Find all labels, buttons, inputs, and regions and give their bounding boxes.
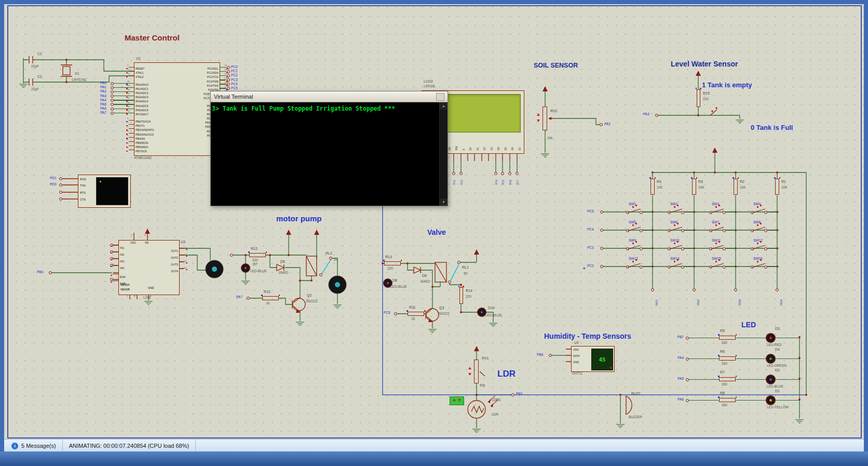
rv2-increase-arrow[interactable] [537,113,540,116]
keypad-pullup[interactable]: R410K [650,179,673,199]
switch-actuator[interactable] [674,261,675,262]
close-button[interactable] [436,93,444,101]
switch-actuator[interactable] [632,224,634,226]
switch-actuator[interactable] [632,206,634,208]
keypad-switch[interactable]: SW3 [709,202,750,220]
keypad-switch[interactable]: SW7 [709,220,750,238]
switch-lever[interactable] [628,227,641,231]
switch-actuator[interactable] [715,224,717,226]
relay-rl2[interactable] [305,255,332,277]
diode-d5[interactable] [276,263,285,272]
switch-actuator[interactable] [757,261,758,262]
switch-lever[interactable] [669,227,682,231]
switch-lever[interactable] [669,245,682,249]
resistor-r14[interactable] [459,287,463,304]
switch-lever[interactable] [752,245,765,249]
switch-lever[interactable] [628,208,641,213]
keypad-switch[interactable]: SW12 [750,238,792,256]
keypad-switch[interactable]: SW15 [709,256,750,274]
motor-pump-motor[interactable] [206,260,224,278]
rv2-decrease-arrow[interactable] [537,119,540,122]
soil-sensor-pot-rv2[interactable] [542,106,547,130]
keypad-switch[interactable]: SW2 [667,202,709,220]
switch-lever[interactable] [752,227,765,231]
serial-terminal-component[interactable]: RXD TXD RTS CTS [78,175,131,208]
crystal-x1[interactable] [61,63,73,78]
switch-lever[interactable] [752,263,765,268]
switch-actuator[interactable] [715,206,717,208]
switch-actuator[interactable] [715,243,717,244]
led-d10[interactable] [477,308,486,317]
switch-lever[interactable] [711,208,724,213]
led-d8[interactable] [383,278,392,288]
switch-lever[interactable] [669,208,682,213]
terminal-scrollbar[interactable]: ▲ ▼ [439,102,447,206]
led-resistor[interactable] [719,336,736,340]
switch-actuator[interactable] [674,243,675,244]
switch-lever[interactable] [711,245,724,249]
keypad-switch[interactable]: SW13 [626,256,667,274]
switch-lever[interactable] [628,245,641,249]
switch-lever[interactable] [669,263,682,268]
resistor-r13[interactable] [384,261,401,265]
keypad-switch[interactable]: SW6 [667,220,709,238]
keypad-switch[interactable]: SW8 [750,220,792,238]
switch-actuator[interactable] [757,243,758,244]
scroll-down-icon[interactable]: ▼ [440,198,447,206]
virtual-terminal-window[interactable]: Virtual Terminal 3> Tank is Full Pump St… [210,91,448,206]
keypad-switch[interactable]: SW11 [709,238,750,256]
led-resistor[interactable] [719,356,736,361]
led-resistor[interactable] [719,377,736,381]
led-d7[interactable] [241,263,250,273]
switch-lever[interactable] [711,263,724,268]
capacitor-c2[interactable] [27,76,35,88]
relay-rl1[interactable] [434,261,461,284]
switch-actuator[interactable] [632,243,634,244]
switch-actuator[interactable] [715,261,717,262]
valve-motor[interactable] [329,276,347,295]
keypad-pullup[interactable]: R210K [734,179,756,199]
resistor-r12[interactable] [249,253,266,257]
led-resistor[interactable] [719,398,736,402]
capacitor-c1[interactable] [27,54,35,65]
resistor-r11[interactable] [408,312,424,316]
switch-lever[interactable] [628,263,641,268]
virtual-terminal-titlebar[interactable]: Virtual Terminal [211,91,447,102]
light-intensity-control[interactable] [450,396,464,405]
keypad-switch[interactable]: SW16 [750,256,792,274]
mcu-atmega32[interactable]: 9RESET13XTAL112XTAL240PA0/ADC039PA1/ADC1… [134,62,220,156]
keypad-pullup[interactable]: R310K [692,179,715,199]
resistor-r10[interactable] [262,296,279,300]
switch-actuator[interactable] [757,224,758,226]
switch-actuator[interactable] [632,261,634,262]
keypad-switch[interactable]: SW4 [750,202,792,220]
water-level-switch[interactable] [707,105,721,117]
keypad-switch[interactable]: SW14 [667,256,709,274]
light-up-arrow[interactable] [453,398,456,401]
switch-actuator[interactable] [757,206,758,208]
switch-lever[interactable] [752,208,765,213]
led-bulb[interactable] [766,354,776,364]
diode-d6[interactable] [413,266,422,274]
ldr-pot-rv1[interactable] [474,360,479,383]
keypad-switch[interactable]: SW1 [626,202,667,220]
status-messages-button[interactable]: i 5 Message(s) [4,440,63,452]
light-down-arrow[interactable] [458,399,461,402]
switch-actuator[interactable] [674,206,675,208]
keypad-switch[interactable]: SW9 [626,238,667,256]
rv1-increase-arrow[interactable] [468,367,471,369]
led-bulb[interactable] [766,375,776,384]
dht11-sensor[interactable]: VDD DATA GND 45°C [571,346,615,372]
transistor-q2[interactable] [292,297,306,312]
switch-lever[interactable] [711,227,724,231]
keypad-switch[interactable]: SW10 [667,238,709,256]
resistor-r15[interactable] [697,89,700,107]
motor-driver-l298[interactable]: 5IN17IN210IN312IN46ENA11ENB 2OUT13OUT213… [118,240,180,295]
buzzer-buz1[interactable] [620,394,639,418]
switch-actuator[interactable] [674,224,675,226]
ldr-sensor[interactable] [467,400,487,420]
keypad-switch[interactable]: SW5 [626,220,667,238]
led-bulb[interactable] [766,395,776,405]
transistor-q3[interactable] [425,308,440,322]
rv1-decrease-arrow[interactable] [468,373,471,376]
